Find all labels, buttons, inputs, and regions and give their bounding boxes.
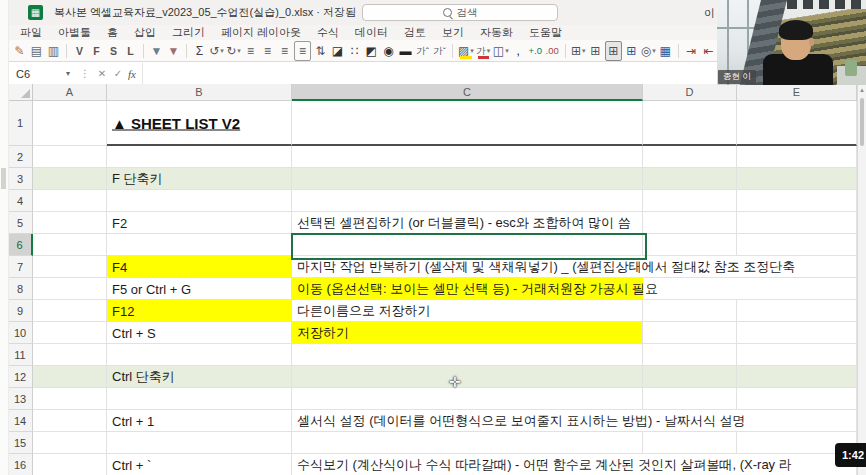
name-box[interactable]: C6 <box>8 68 66 80</box>
cell-A11[interactable] <box>33 344 107 366</box>
cell-A7[interactable] <box>33 256 107 278</box>
menu-tab-페이지 레이아웃[interactable]: 페이지 레이아웃 <box>213 25 309 40</box>
shade-fill-icon[interactable]: ◪ <box>330 42 345 60</box>
align-right-icon[interactable]: ≡ <box>277 42 292 60</box>
cell-C15[interactable] <box>292 432 643 454</box>
cell-D9[interactable] <box>643 300 737 322</box>
macro-v-button[interactable]: V <box>72 42 87 60</box>
cell-D12[interactable] <box>643 366 737 388</box>
increase-decimal-icon[interactable]: +.0 <box>528 42 543 60</box>
row-header-14[interactable]: 14 <box>8 410 33 432</box>
cell-D5[interactable] <box>643 212 737 234</box>
cell-E10[interactable] <box>737 322 857 344</box>
cell-A10[interactable] <box>33 322 107 344</box>
cell-C5[interactable]: 선택된 셀편집하기 (or 더블클릭) - esc와 조합하여 많이 씀 <box>292 212 643 234</box>
enter-icon[interactable]: ✓ <box>110 68 126 79</box>
cell-B12[interactable]: Ctrl 단축키 <box>107 366 292 388</box>
cell-C12[interactable] <box>292 366 643 388</box>
decrease-decimal-icon[interactable]: .00 <box>545 42 560 60</box>
cell-D10[interactable] <box>643 322 737 344</box>
cell-E12[interactable] <box>737 366 857 388</box>
cell-B7[interactable]: F4 <box>107 256 292 278</box>
name-box-chevron-icon[interactable]: ▾ <box>66 69 70 78</box>
menu-tab-그리기[interactable]: 그리기 <box>164 25 213 40</box>
font-color-icon[interactable]: 가▾ <box>476 42 491 60</box>
autosum-icon[interactable]: Σ <box>192 42 207 60</box>
cell-B10[interactable]: Ctrl + S <box>107 322 292 344</box>
conditional-formatting-icon[interactable]: ◫▾ <box>493 42 509 60</box>
row-header-2[interactable]: 2 <box>8 146 33 168</box>
cell-C3[interactable] <box>292 168 643 190</box>
cell-E6[interactable] <box>737 234 857 256</box>
zoom-icon[interactable]: ◎▾ <box>641 42 656 60</box>
cell-A13[interactable] <box>33 388 107 410</box>
align-left-icon[interactable]: ≡ <box>243 42 258 60</box>
cell-B16[interactable]: Ctrl + ` <box>107 454 292 475</box>
cell-B3[interactable]: F 단축키 <box>107 168 292 190</box>
cell-C10[interactable]: 저장하기 <box>292 322 643 344</box>
cell-C2[interactable] <box>292 146 643 168</box>
column-header-A[interactable]: A <box>33 84 107 101</box>
cell-A9[interactable] <box>33 300 107 322</box>
switch-rows-columns-icon[interactable]: ⇅ <box>313 42 328 60</box>
cell-A3[interactable] <box>33 168 107 190</box>
table-style-icon[interactable]: ▦ <box>658 42 673 60</box>
menu-tab-삽입[interactable]: 삽입 <box>126 25 164 40</box>
redo-icon[interactable]: ↻▾ <box>226 42 241 60</box>
cell-B5[interactable]: F2 <box>107 212 292 234</box>
row-header-8[interactable]: 8 <box>8 278 33 300</box>
cell-C8[interactable]: 이동 (옵션선택: 보이는 셀만 선택 등) - 거래처원장 가공시 필요 <box>292 278 643 300</box>
cell-E5[interactable] <box>737 212 857 234</box>
menu-tab-파일[interactable]: 파일 <box>12 25 50 40</box>
column-header-D[interactable]: D <box>643 84 737 101</box>
scrollbar-thumb[interactable] <box>860 98 864 146</box>
cell-E4[interactable] <box>737 190 857 212</box>
cell-D11[interactable] <box>643 344 737 366</box>
cell-B9[interactable]: F12 <box>107 300 292 322</box>
cell-D4[interactable] <box>643 190 737 212</box>
merge-cells-icon[interactable]: ≡ <box>294 41 311 61</box>
row-header-13[interactable]: 13 <box>8 388 33 410</box>
view-gridlines-icon[interactable]: ⊞ <box>605 41 622 61</box>
cell-A4[interactable] <box>33 190 107 212</box>
cell-E11[interactable] <box>737 344 857 366</box>
cell-B1[interactable]: ▲ SHEET LIST V2 <box>107 101 292 146</box>
row-header-12[interactable]: 12 <box>8 366 33 388</box>
align-center-icon[interactable]: ≡ <box>260 42 275 60</box>
row-header-7[interactable]: 7 <box>8 256 33 278</box>
cell-A16[interactable] <box>33 454 107 475</box>
select-all-corner[interactable] <box>8 84 33 101</box>
cell-A14[interactable] <box>33 410 107 432</box>
row-header-5[interactable]: 5 <box>8 212 33 234</box>
menu-tab-검토[interactable]: 검토 <box>396 25 434 40</box>
cell-D2[interactable] <box>643 146 737 168</box>
font-size-decrease-icon[interactable]: 가ˇ <box>432 42 447 60</box>
cell-B13[interactable] <box>107 388 292 410</box>
column-header-C[interactable]: C <box>292 84 643 101</box>
cell-A6[interactable] <box>33 234 107 256</box>
cell-E1[interactable] <box>737 101 857 146</box>
menu-tab-수식[interactable]: 수식 <box>309 25 347 40</box>
menu-tab-홈[interactable]: 홈 <box>99 25 126 40</box>
macro-s-button[interactable]: S <box>106 42 121 60</box>
circled-number-icon[interactable]: ◉ <box>381 42 396 60</box>
menu-tab-데이터[interactable]: 데이터 <box>347 25 396 40</box>
menu-tab-보기[interactable]: 보기 <box>434 25 472 40</box>
cell-C1[interactable] <box>292 101 643 146</box>
cell-B8[interactable]: F5 or Ctrl + G <box>107 278 292 300</box>
paste-special-icon[interactable]: ▤ <box>29 42 44 60</box>
all-borders-icon[interactable]: ⊞ <box>588 42 603 60</box>
fill-color-icon[interactable]: ▨▾ <box>458 42 474 60</box>
row-header-16[interactable]: 16 <box>8 454 33 475</box>
cell-A2[interactable] <box>33 146 107 168</box>
cell-B14[interactable]: Ctrl + 1 <box>107 410 292 432</box>
cell-A5[interactable] <box>33 212 107 234</box>
filter-icon[interactable]: ▼ <box>149 42 164 60</box>
menu-tab-자동화[interactable]: 자동화 <box>472 25 521 40</box>
insert-table-icon[interactable]: ⊞ <box>624 42 639 60</box>
cell-A12[interactable] <box>33 366 107 388</box>
row-header-15[interactable]: 15 <box>8 432 33 454</box>
cell-A1[interactable] <box>33 101 107 146</box>
column-header-E[interactable]: E <box>737 84 857 101</box>
cell-B11[interactable] <box>107 344 292 366</box>
